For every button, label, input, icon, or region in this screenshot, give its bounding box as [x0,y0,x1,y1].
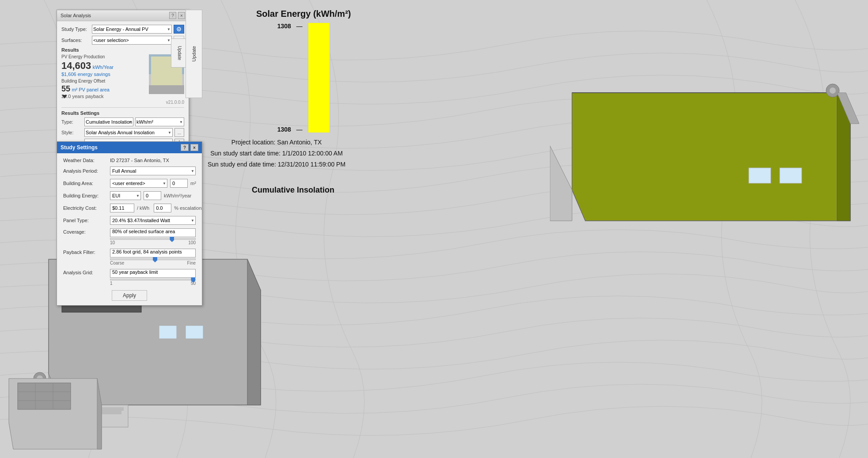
legend-dash-top: — [296,23,303,30]
solar-analysis-panel: Solar Analysis ? × Study Type: Solar Ene… [57,10,189,153]
building-right [550,79,859,278]
unit-select[interactable]: kWh/m² [135,117,184,126]
legend-bottom-value: 1308 [277,126,291,133]
pv-unit: kWh/Year [93,64,114,70]
study-close-button[interactable]: × [190,144,198,151]
svg-marker-29 [97,379,102,449]
svg-rect-41 [155,79,162,84]
help-button[interactable]: ? [169,12,176,19]
building-energy-select[interactable]: EUI [110,191,141,200]
analysis-period-select[interactable]: Full Annual [110,167,196,175]
building-energy-select-wrapper[interactable]: EUI [110,191,141,200]
building-area-select[interactable]: <user entered> [110,179,167,188]
style-label: Style: [61,130,83,135]
study-panel-title: Study Settings [61,144,98,151]
study-panel-content: Weather Data: ID 27237 - San Antonio, TX… [57,153,202,305]
coverage-max: 100 [188,240,196,245]
study-type-select-wrapper[interactable]: Solar Energy - Annual PV [92,25,172,34]
payback-coarse: Coarse [110,261,124,265]
svg-point-23 [830,87,836,94]
coverage-min: 10 [110,240,115,245]
browse-button[interactable]: ... [174,128,184,137]
offset-value: 55 [61,84,70,93]
style-select[interactable]: Solar Analysis Annual Insolation [84,128,173,137]
building-energy-unit: kWh/m²/year [164,193,191,198]
solar-panel-titlebar: Solar Analysis ? × [57,10,189,21]
type-select[interactable]: Cumulative Insolation [84,117,133,126]
style-row: Style: Solar Analysis Annual Insolation … [61,128,184,137]
panel-type-select-wrapper[interactable]: 20.4% $3.47/Installed Watt [110,216,196,225]
surfaces-select-wrapper[interactable]: <user selection> [92,36,172,45]
type-row: Type: Cumulative Insolation kWh/m² [61,117,184,126]
study-type-row: Study Type: Solar Energy - Annual PV [61,25,184,34]
weather-value: ID 27237 - San Antonio, TX [110,158,196,163]
coverage-label: Coverage: [63,229,107,235]
offset-unit: m² PV panel area [72,87,110,92]
building-area-select-wrapper[interactable]: <user entered> [110,179,167,188]
building-area-row: Building Area: <user entered> m² [63,179,196,188]
svg-rect-26 [780,168,802,183]
panel-type-select[interactable]: 20.4% $3.47/Installed Watt [110,216,196,225]
payback-range-labels: Coarse Fine [110,261,196,265]
svg-rect-18 [186,326,203,339]
study-type-select[interactable]: Solar Energy - Annual PV [92,25,172,34]
svg-marker-19 [572,93,850,221]
building-area-label: Building Area: [63,181,107,186]
electricity-cost-input[interactable] [110,204,134,212]
svg-rect-42 [164,79,171,84]
analysis-period-select-wrapper[interactable]: Full Annual [110,167,196,175]
study-settings-panel: Study Settings ? × Weather Data: ID 2723… [57,141,202,306]
svg-rect-43 [163,84,168,90]
panel-type-row: Panel Type: 20.4% $3.47/Installed Watt [63,216,196,225]
escalation-unit: % escalation [174,205,201,211]
surfaces-label: Surfaces: [61,38,90,43]
payback-track[interactable] [110,258,196,260]
electricity-escalation-input[interactable] [154,204,171,212]
legend-scale: 1308 1308 — — [277,23,330,133]
svg-rect-25 [749,168,771,183]
coverage-slider-container: 80% of selected surface area 10 100 [110,228,196,245]
close-button[interactable]: × [178,12,185,19]
color-bar [308,23,330,133]
update-label: Update [191,46,197,61]
analysis-grid-slider-container: 50 year payback limit 1 50 [110,269,196,286]
results-left: PV Energy Production 14,603 kWh/Year $1,… [61,54,146,99]
weather-row: Weather Data: ID 27237 - San Antonio, TX [63,158,196,163]
study-title-left: Study Settings [61,144,98,151]
type-select-wrapper[interactable]: Cumulative Insolation [84,117,133,126]
pv-value-row: 14,603 kWh/Year [61,60,146,72]
study-help-button[interactable]: ? [181,144,189,151]
style-select-wrapper[interactable]: Solar Analysis Annual Insolation [84,128,173,137]
offset-row: 55 m² PV panel area [61,84,146,94]
payback-filter-value[interactable]: 2.86 foot grid, 84 analysis points [110,249,196,257]
unit-select-wrapper[interactable]: kWh/m² [135,117,184,126]
analysis-grid-label: Analysis Grid: [63,270,107,275]
payback-filter-label: Payback Filter: [63,250,107,255]
svg-point-36 [178,29,180,30]
svg-rect-17 [159,326,177,339]
info-text: Project location: San Antonio, TX Sun st… [208,137,345,170]
coverage-row: Coverage: 80% of selected surface area 1… [63,228,196,245]
update-side-button[interactable]: Update [186,10,202,98]
weather-label: Weather Data: [63,158,107,163]
apply-button[interactable]: Apply [112,290,147,301]
building-energy-row: Building Energy: EUI kWh/m²/year [63,191,196,200]
payback-fine: Fine [187,261,196,265]
study-panel-buttons: ? × [181,144,198,151]
results-section: Results ℹ PV Energy Production 14,603 kW… [61,47,184,99]
svg-rect-30 [18,383,71,409]
building-area-input[interactable] [170,179,188,188]
analysis-grid-track[interactable] [110,279,196,280]
svg-marker-3 [247,259,261,405]
payback-filter-row: Payback Filter: 2.86 foot grid, 84 analy… [63,249,196,265]
coverage-track[interactable] [110,238,196,240]
analysis-grid-value[interactable]: 50 year payback limit [110,269,196,278]
analysis-grid-row: Analysis Grid: 50 year payback limit 1 5… [63,269,196,286]
building-energy-input[interactable] [144,191,161,200]
results-label: Results [61,47,79,53]
legend-dash-bottom: — [296,126,303,133]
coverage-value[interactable]: 80% of selected surface area [110,228,196,237]
study-type-icon-btn[interactable] [174,25,184,34]
surfaces-select[interactable]: <user selection> [92,36,172,45]
results-header: Results ℹ [61,47,184,53]
